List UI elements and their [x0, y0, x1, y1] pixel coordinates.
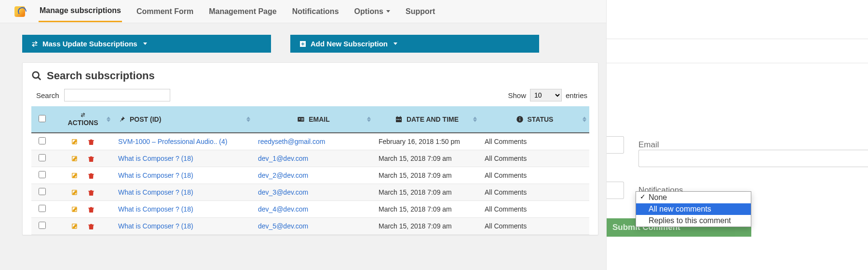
svg-rect-12 [400, 119, 401, 120]
svg-rect-7 [396, 117, 402, 118]
header-post[interactable]: POST (ID) [113, 106, 253, 133]
post-link[interactable]: What is Composer ? (18) [118, 155, 193, 162]
pin-icon [118, 115, 126, 123]
swap-icon [31, 40, 39, 48]
post-link[interactable]: What is Composer ? (18) [118, 205, 193, 213]
plugin-logo-icon [14, 6, 25, 17]
select-all-checkbox[interactable] [39, 115, 46, 122]
svg-rect-11 [398, 119, 399, 120]
nav-comment-form[interactable]: Comment Form [136, 0, 194, 22]
email-link[interactable]: dev_1@dev.com [258, 155, 308, 162]
notif-option[interactable]: All new comments [636, 203, 751, 215]
nav-manage-subscriptions[interactable]: Manage subscriptions [39, 0, 122, 22]
email-label: Email [638, 140, 659, 150]
entries-label: entries [566, 91, 587, 99]
search-icon [31, 71, 42, 81]
website-input-partial[interactable] [607, 182, 624, 199]
status-text: All Comments [485, 138, 527, 145]
row-checkbox[interactable] [39, 222, 46, 229]
row-checkbox[interactable] [39, 137, 46, 144]
notifications-dropdown[interactable]: NoneAll new commentsReplies to this comm… [636, 191, 751, 227]
show-label: Show [508, 91, 526, 99]
svg-rect-5 [301, 120, 304, 120]
svg-rect-14 [519, 119, 520, 121]
subscriptions-panel: Search subscriptions Search Show 10 entr… [22, 62, 598, 235]
date-text: March 15, 2018 7:09 am [379, 171, 452, 179]
svg-rect-10 [396, 119, 397, 120]
trash-icon[interactable] [87, 137, 95, 145]
mass-update-button[interactable]: Mass Update Subscriptions [22, 35, 271, 53]
email-link[interactable]: dev_5@dev.com [258, 222, 308, 230]
email-link[interactable]: dev_2@dev.com [258, 171, 308, 179]
svg-line-1 [38, 77, 41, 80]
plus-square-icon [299, 40, 307, 48]
comment-form-preview: Email Notifications NoneAll new comments… [606, 0, 868, 270]
edit-icon[interactable] [71, 171, 79, 179]
admin-panel: Manage subscriptionsComment FormManageme… [0, 0, 606, 270]
id-card-icon [297, 115, 305, 123]
date-text: March 15, 2018 7:09 am [379, 222, 452, 230]
edit-icon[interactable] [71, 222, 79, 230]
row-checkbox[interactable] [39, 188, 46, 195]
header-actions[interactable]: ACTIONS [53, 106, 113, 133]
caret-down-icon [393, 43, 397, 45]
email-link[interactable]: dev_4@dev.com [258, 205, 308, 213]
notif-option[interactable]: Replies to this comment [636, 215, 751, 227]
trash-icon[interactable] [87, 171, 95, 179]
post-link[interactable]: What is Composer ? (18) [118, 222, 193, 230]
table-row: What is Composer ? (18)dev_5@dev.comMarc… [31, 218, 589, 235]
caret-down-icon [143, 43, 147, 45]
svg-point-15 [519, 117, 520, 118]
status-text: All Comments [485, 171, 527, 179]
panel-title: Search subscriptions [31, 70, 589, 82]
edit-icon[interactable] [71, 205, 79, 213]
entries-select[interactable]: 10 [530, 89, 562, 101]
header-date[interactable]: DATE AND TIME [374, 106, 480, 133]
post-link[interactable]: What is Composer ? (18) [118, 188, 193, 196]
edit-icon[interactable] [71, 137, 79, 145]
search-input[interactable] [64, 89, 170, 101]
date-text: February 16, 2018 1:50 pm [379, 138, 460, 145]
trash-icon[interactable] [87, 222, 95, 230]
status-text: All Comments [485, 155, 527, 162]
nav-support[interactable]: Support [405, 0, 436, 22]
status-text: All Comments [485, 205, 527, 213]
table-row: What is Composer ? (18)dev_1@dev.comMarc… [31, 150, 589, 167]
table-row: SVM-1000 – Professional Audio.. (4)reedy… [31, 133, 589, 150]
email-input[interactable] [638, 150, 868, 167]
table-row: What is Composer ? (18)dev_2@dev.comMarc… [31, 167, 589, 184]
header-status[interactable]: STATUS [480, 106, 589, 133]
header-checkbox [31, 106, 53, 133]
info-icon [516, 115, 524, 123]
edit-icon[interactable] [71, 188, 79, 196]
email-link[interactable]: dev_3@dev.com [258, 188, 308, 196]
nav-notifications[interactable]: Notifications [291, 0, 340, 22]
table-controls: Search Show 10 entries [31, 89, 589, 106]
name-input-partial[interactable] [607, 136, 624, 154]
trash-icon[interactable] [87, 188, 95, 196]
email-link[interactable]: reedyseth@gmail.com [258, 138, 326, 145]
row-checkbox[interactable] [39, 154, 46, 161]
row-checkbox[interactable] [39, 205, 46, 212]
post-link[interactable]: What is Composer ? (18) [118, 171, 193, 179]
status-text: All Comments [485, 222, 527, 230]
nav-management-page[interactable]: Management Page [208, 0, 277, 22]
mass-update-label: Mass Update Subscriptions [42, 40, 137, 48]
add-subscription-button[interactable]: Add New Subscription [290, 35, 539, 53]
trash-icon[interactable] [87, 205, 95, 213]
notif-option[interactable]: None [636, 192, 751, 203]
nav-options[interactable]: Options [353, 0, 391, 22]
search-label: Search [36, 91, 59, 99]
post-link[interactable]: SVM-1000 – Professional Audio.. (4) [118, 138, 227, 145]
edit-icon[interactable] [71, 154, 79, 162]
caret-down-icon [386, 10, 390, 13]
add-subscription-label: Add New Subscription [311, 40, 388, 48]
action-buttons-row: Mass Update Subscriptions Add New Subscr… [0, 23, 606, 62]
date-text: March 15, 2018 7:09 am [379, 188, 452, 196]
header-email[interactable]: EMAIL [253, 106, 374, 133]
trash-icon[interactable] [87, 154, 95, 162]
subscriptions-table: ACTIONS POST (ID) EM [31, 106, 589, 235]
row-checkbox[interactable] [39, 171, 46, 178]
status-text: All Comments [485, 188, 527, 196]
swap-icon [80, 112, 86, 118]
